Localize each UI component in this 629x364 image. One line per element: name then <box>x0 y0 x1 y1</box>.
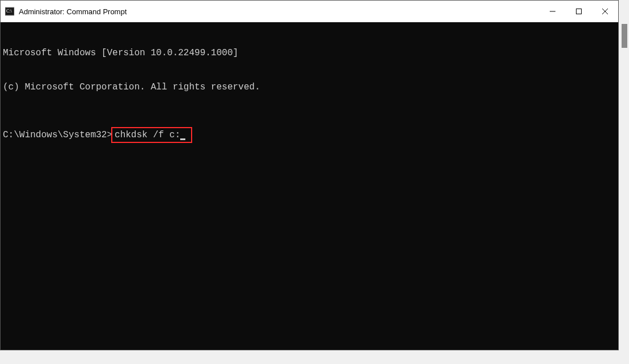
terminal-area[interactable]: Microsoft Windows [Version 10.0.22499.10… <box>1 22 618 350</box>
command-prompt-window: C:\ Administrator: Command Prompt Micros… <box>0 0 619 350</box>
text-cursor <box>180 138 185 140</box>
vertical-scrollbar[interactable] <box>619 0 629 364</box>
svg-line-4 <box>602 9 608 14</box>
titlebar[interactable]: C:\ Administrator: Command Prompt <box>1 1 618 22</box>
window-controls <box>539 1 618 22</box>
terminal-output-line: (c) Microsoft Corporation. All rights re… <box>3 81 616 93</box>
scrollbar-thumb[interactable] <box>622 24 627 48</box>
terminal-output-line: Microsoft Windows [Version 10.0.22499.10… <box>3 47 616 59</box>
typed-command: chkdsk /f c: <box>115 129 180 141</box>
close-button[interactable] <box>592 1 618 22</box>
svg-rect-3 <box>577 9 582 14</box>
svg-line-5 <box>602 9 608 14</box>
maximize-button[interactable] <box>566 1 592 22</box>
svg-text:C:\: C:\ <box>6 9 13 14</box>
prompt-line: C:\Windows\System32> chkdsk /f c: <box>3 127 616 143</box>
cmd-icon: C:\ <box>5 7 14 16</box>
minimize-button[interactable] <box>539 1 566 22</box>
window-title: Administrator: Command Prompt <box>19 7 539 16</box>
command-highlight-box: chkdsk /f c: <box>111 127 192 143</box>
prompt-path: C:\Windows\System32> <box>3 129 112 141</box>
